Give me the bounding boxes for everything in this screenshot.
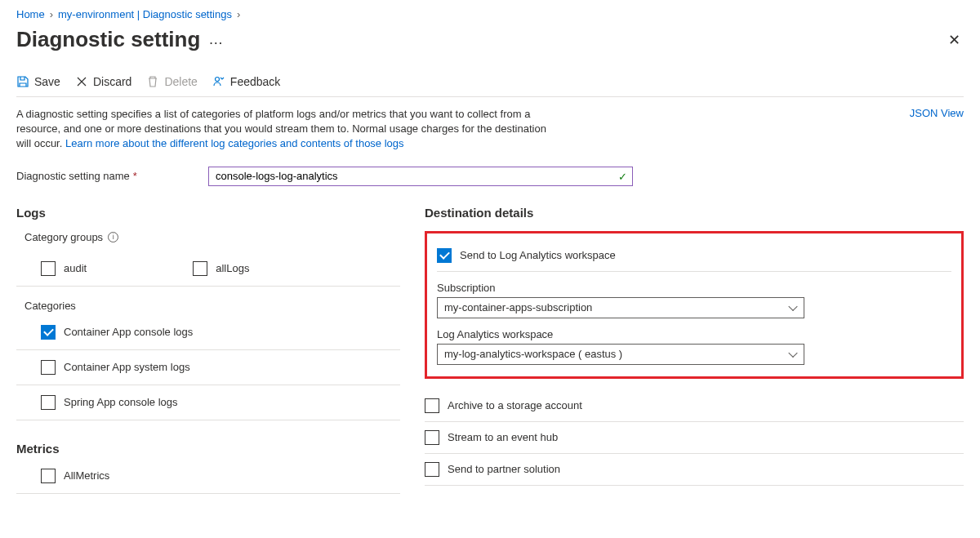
row-allmetrics: AllMetrics xyxy=(16,459,400,494)
label-container-console-logs[interactable]: Container App console logs xyxy=(64,326,193,338)
checkbox-container-system-logs[interactable] xyxy=(41,360,56,375)
label-allmetrics[interactable]: AllMetrics xyxy=(64,469,109,482)
setting-name-label: Diagnostic setting name* xyxy=(16,170,192,182)
subscription-value: my-container-apps-subscription xyxy=(444,301,592,313)
setting-name-input[interactable] xyxy=(208,167,633,186)
checkbox-alllogs[interactable] xyxy=(193,261,207,276)
save-label: Save xyxy=(34,75,60,88)
row-partner-solution: Send to partner solution xyxy=(425,454,964,486)
label-stream-eventhub[interactable]: Stream to an event hub xyxy=(448,431,558,443)
info-icon[interactable]: i xyxy=(108,232,118,242)
row-system-logs: Container App system logs xyxy=(16,350,400,385)
svg-point-0 xyxy=(215,78,219,82)
category-groups-label: Category groups i xyxy=(24,231,400,243)
destination-title: Destination details xyxy=(425,206,964,220)
label-container-system-logs[interactable]: Container App system logs xyxy=(64,361,190,373)
required-star: * xyxy=(133,170,137,182)
checkbox-archive-storage[interactable] xyxy=(425,398,439,413)
category-groups-row: audit allLogs xyxy=(16,251,400,287)
chevron-right-icon: › xyxy=(237,8,240,20)
delete-button: Delete xyxy=(146,75,197,88)
subscription-select[interactable]: my-container-apps-subscription xyxy=(437,297,804,318)
row-console-logs: Container App console logs xyxy=(16,315,400,350)
metrics-title: Metrics xyxy=(16,442,400,456)
row-send-log-analytics: Send to Log Analytics workspace xyxy=(437,240,951,272)
save-icon xyxy=(16,75,29,88)
label-send-log-analytics[interactable]: Send to Log Analytics workspace xyxy=(460,249,616,261)
row-spring-logs: Spring App console logs xyxy=(16,385,400,420)
logs-title: Logs xyxy=(16,206,400,220)
json-view-link[interactable]: JSON View xyxy=(910,107,964,119)
description-text: A diagnostic setting specifies a list of… xyxy=(16,107,555,152)
label-audit[interactable]: audit xyxy=(64,262,87,274)
label-partner-solution[interactable]: Send to partner solution xyxy=(448,463,560,475)
destination-column: Destination details Send to Log Analytic… xyxy=(425,206,964,494)
discard-label: Discard xyxy=(93,75,131,88)
breadcrumb-env[interactable]: my-environment | Diagnostic settings xyxy=(58,8,232,20)
checkbox-audit[interactable] xyxy=(41,261,56,276)
title-row: Diagnostic setting … ✕ xyxy=(16,27,964,52)
delete-label: Delete xyxy=(164,75,197,88)
checkbox-container-console-logs[interactable] xyxy=(41,325,56,340)
logs-column: Logs Category groups i audit allLogs Cat… xyxy=(16,206,400,494)
close-button[interactable]: ✕ xyxy=(945,28,964,52)
chevron-right-icon: › xyxy=(50,8,53,20)
checkbox-partner-solution[interactable] xyxy=(425,462,439,477)
feedback-icon xyxy=(212,75,225,88)
description-row: A diagnostic setting specifies a list of… xyxy=(16,107,964,152)
page-title: Diagnostic setting xyxy=(16,27,200,52)
categories-label: Categories xyxy=(24,300,400,312)
highlighted-destination-log-analytics: Send to Log Analytics workspace Subscrip… xyxy=(425,231,964,379)
discard-icon xyxy=(75,75,88,88)
workspace-select[interactable]: my-log-analytics-workspace ( eastus ) xyxy=(437,344,804,365)
save-button[interactable]: Save xyxy=(16,75,60,88)
toolbar: Save Discard Delete Feedback xyxy=(16,75,964,97)
label-archive-storage[interactable]: Archive to a storage account xyxy=(448,399,582,411)
setting-name-row: Diagnostic setting name* ✓ xyxy=(16,167,964,186)
breadcrumb: Home › my-environment | Diagnostic setti… xyxy=(16,8,964,20)
workspace-label: Log Analytics workspace xyxy=(437,328,951,340)
checkbox-stream-eventhub[interactable] xyxy=(425,430,439,445)
feedback-button[interactable]: Feedback xyxy=(212,75,280,88)
row-stream-eventhub: Stream to an event hub xyxy=(425,422,964,454)
workspace-value: my-log-analytics-workspace ( eastus ) xyxy=(444,348,622,360)
breadcrumb-home[interactable]: Home xyxy=(16,8,45,20)
subscription-label: Subscription xyxy=(437,282,951,294)
label-spring-console-logs[interactable]: Spring App console logs xyxy=(64,396,177,408)
row-archive-storage: Archive to a storage account xyxy=(425,390,964,422)
label-alllogs[interactable]: allLogs xyxy=(216,262,249,274)
checkbox-send-log-analytics[interactable] xyxy=(437,248,452,263)
checkbox-allmetrics[interactable] xyxy=(41,469,56,483)
learn-more-link[interactable]: Learn more about the different log categ… xyxy=(65,137,404,149)
more-options-button[interactable]: … xyxy=(208,31,224,48)
check-valid-icon: ✓ xyxy=(618,170,627,182)
feedback-label: Feedback xyxy=(230,75,280,88)
checkbox-spring-console-logs[interactable] xyxy=(41,395,56,410)
discard-button[interactable]: Discard xyxy=(75,75,131,88)
delete-icon xyxy=(146,75,159,88)
